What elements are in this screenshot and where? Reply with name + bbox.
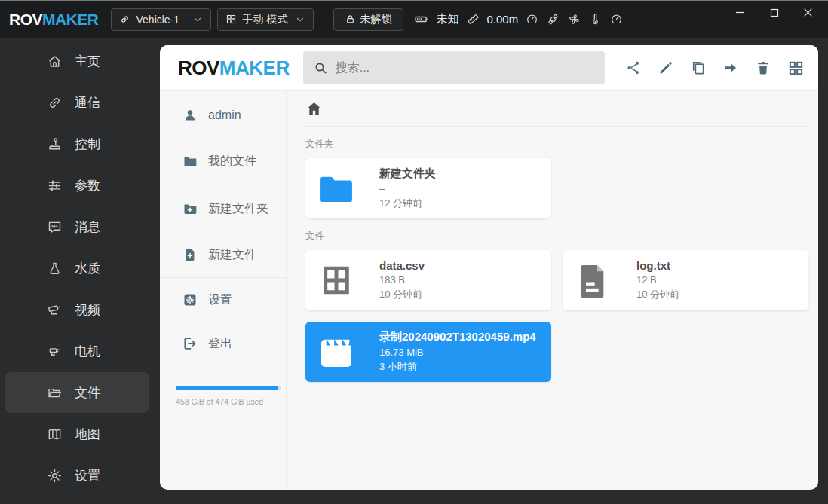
sidebar-item-messages[interactable]: 消息 xyxy=(5,206,149,247)
title-bar: ROVMAKER Vehicle-1 手动 模式 未解锁 未知 0.00 xyxy=(0,0,828,38)
user-account[interactable]: admin xyxy=(160,93,286,138)
sidebar-item-home[interactable]: 主页 xyxy=(5,41,149,81)
logout-label: 登出 xyxy=(208,336,232,352)
breadcrumb-home-icon[interactable] xyxy=(305,100,323,118)
window-controls xyxy=(723,2,825,23)
sidebar-item-control[interactable]: 控制 xyxy=(5,124,149,164)
mode-dropdown[interactable]: 手动 模式 xyxy=(217,8,314,31)
file-manager-sidebar: admin 我的文件 新建文件夹 新建文件 xyxy=(160,91,287,490)
depth-value: 0.00m xyxy=(487,13,519,26)
file-name: 录制20240902T13020459.mp4 xyxy=(379,330,536,344)
sidebar-item-label: 主页 xyxy=(75,53,100,70)
sidebar-item-settings[interactable]: 设置 xyxy=(5,455,149,496)
minimize-button[interactable] xyxy=(723,2,757,23)
sidebar-item-label: 参数 xyxy=(75,177,100,194)
rename-button[interactable] xyxy=(658,60,674,76)
my-files-item[interactable]: 我的文件 xyxy=(160,138,286,185)
search-box[interactable] xyxy=(303,51,605,84)
file-card[interactable]: log.txt 12 B 10 分钟前 xyxy=(563,250,808,310)
new-file-item[interactable]: 新建文件 xyxy=(160,232,286,277)
gauge-icon xyxy=(609,12,624,26)
gear-icon xyxy=(47,468,63,484)
link-icon xyxy=(47,95,63,111)
sidebar-item-files[interactable]: 文件 xyxy=(5,372,149,413)
logout-item[interactable]: 登出 xyxy=(160,322,286,365)
storage-usage-text: 458 GiB of 474 GiB used xyxy=(176,397,281,406)
flask-icon xyxy=(47,261,63,276)
folder-open-icon xyxy=(47,385,63,401)
sidebar-item-map[interactable]: 地图 xyxy=(5,414,149,454)
sidebar-item-water-quality[interactable]: 水质 xyxy=(5,248,149,289)
sidebar-item-label: 文件 xyxy=(75,384,100,402)
text-file-icon xyxy=(576,262,611,298)
file-manager-panel: ROVMAKER xyxy=(160,45,818,490)
lock-icon xyxy=(345,14,356,25)
maximize-button[interactable] xyxy=(757,2,791,23)
file-size: 12 B xyxy=(636,274,679,286)
folder-card[interactable]: 新建文件夹 – 12 分钟前 xyxy=(305,158,551,218)
map-icon xyxy=(47,426,63,442)
file-card[interactable]: data.csv 183 B 10 分钟前 xyxy=(305,250,551,310)
sidebar-item-video[interactable]: 视频 xyxy=(5,289,149,330)
grid-mode-icon xyxy=(225,14,237,25)
toolbar-actions xyxy=(625,60,805,77)
move-button[interactable] xyxy=(722,60,739,76)
folder-time: 12 分钟前 xyxy=(379,197,436,210)
files-section-label: 文件 xyxy=(305,230,808,243)
folder-plus-icon xyxy=(182,201,198,216)
file-card-selected[interactable]: 录制20240902T13020459.mp4 16.73 MiB 3 小时前 xyxy=(305,322,551,382)
storage-bar-track xyxy=(176,386,281,390)
home-icon xyxy=(47,53,63,69)
chevron-down-icon xyxy=(295,14,305,25)
propeller-icon xyxy=(567,12,581,26)
delete-button[interactable] xyxy=(755,60,771,76)
sidebar-item-parameters[interactable]: 参数 xyxy=(5,165,149,206)
gauge-icon xyxy=(525,12,539,26)
sidebar-item-motors[interactable]: 电机 xyxy=(5,331,149,371)
settings-label: 设置 xyxy=(208,292,232,308)
chevron-down-icon xyxy=(192,14,203,25)
sliders-icon xyxy=(47,178,63,194)
new-folder-item[interactable]: 新建文件夹 xyxy=(160,185,286,232)
folder-icon xyxy=(182,154,198,169)
search-input[interactable] xyxy=(336,61,595,75)
thermometer-icon xyxy=(588,12,603,26)
file-time: 10 分钟前 xyxy=(636,288,679,301)
folder-name: 新建文件夹 xyxy=(379,166,436,181)
file-time: 3 小时前 xyxy=(379,360,536,374)
my-files-label: 我的文件 xyxy=(208,154,256,170)
close-button[interactable] xyxy=(791,2,825,23)
share-button[interactable] xyxy=(625,60,642,76)
settings-item[interactable]: 设置 xyxy=(160,278,286,322)
logout-icon xyxy=(182,336,198,351)
sidebar-item-label: 控制 xyxy=(75,136,100,153)
folder-blue-icon xyxy=(319,174,354,203)
gear-square-icon xyxy=(182,292,198,307)
new-folder-label: 新建文件夹 xyxy=(208,201,268,217)
arm-lock-button[interactable]: 未解锁 xyxy=(333,8,403,31)
file-browser: 文件夹 新建文件夹 – 12 分钟前 文件 xyxy=(287,91,818,490)
new-file-label: 新建文件 xyxy=(208,247,256,263)
file-plus-icon xyxy=(182,247,198,262)
copy-button[interactable] xyxy=(690,60,707,76)
folder-size: – xyxy=(379,183,436,194)
file-size: 183 B xyxy=(379,274,425,286)
sidebar: 主页 通信 控制 参数 消息 水质 视频 电机 文件 地图 设置 xyxy=(0,38,158,504)
link-icon xyxy=(119,14,130,25)
grid-view-button[interactable] xyxy=(787,60,805,77)
folders-section-label: 文件夹 xyxy=(305,138,808,151)
file-manager-logo: ROVMAKER xyxy=(178,57,290,80)
file-time: 10 分钟前 xyxy=(379,288,425,301)
file-manager-header: ROVMAKER xyxy=(160,45,818,91)
sidebar-item-comms[interactable]: 通信 xyxy=(5,82,149,123)
ruler-icon xyxy=(466,12,480,26)
vehicle-dropdown[interactable]: Vehicle-1 xyxy=(111,8,211,31)
username-label: admin xyxy=(208,108,241,122)
app-logo: ROVMAKER xyxy=(9,11,99,29)
mode-dropdown-value: 手动 模式 xyxy=(243,13,288,26)
file-name: data.csv xyxy=(379,259,425,272)
sidebar-item-label: 视频 xyxy=(75,301,100,319)
storage-indicator: 458 GiB of 474 GiB used xyxy=(160,386,286,406)
folders-grid: 新建文件夹 – 12 分钟前 xyxy=(305,158,808,218)
status-indicators: 未知 0.00m xyxy=(414,11,624,27)
